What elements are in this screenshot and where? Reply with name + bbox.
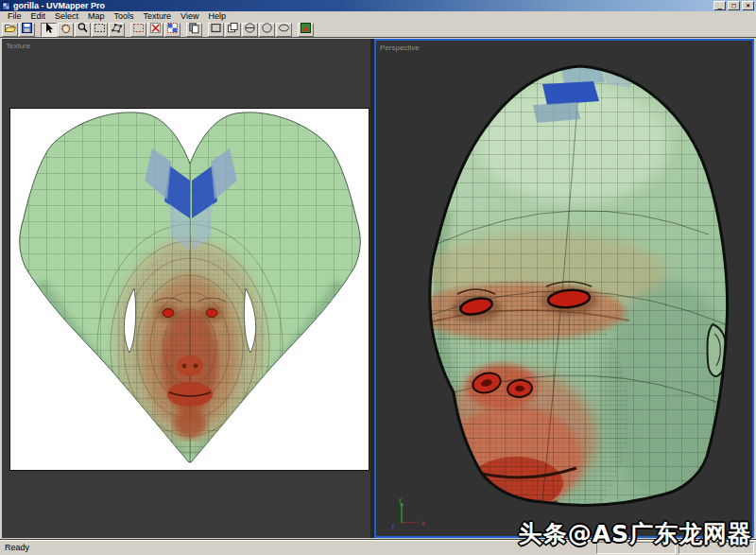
pan-hand-icon: [60, 22, 72, 37]
select-arrow-button[interactable]: [41, 23, 57, 37]
axis-gizmo: Y x z: [389, 496, 429, 530]
uv-map-canvas[interactable]: [9, 108, 369, 471]
maximize-button[interactable]: □: [728, 1, 740, 10]
axis-x-label: x: [421, 520, 425, 527]
texture-viewport[interactable]: Texture: [2, 39, 370, 538]
box-mapping-icon: [227, 22, 239, 37]
magnifier-icon: [77, 22, 89, 37]
cylinder-cap-mapping-icon: [244, 22, 256, 37]
minimize-button[interactable]: _: [713, 1, 726, 10]
perspective-viewport[interactable]: Perspective Y x z: [374, 39, 754, 538]
axis-z-label: z: [391, 523, 395, 529]
spherical-mapping-icon: [261, 22, 273, 37]
texture-viewport-label: Texture: [6, 42, 30, 50]
window-controls: _ □ ×: [713, 1, 754, 10]
checker-selection-button[interactable]: [164, 23, 180, 37]
facet-select-icon: [111, 22, 123, 37]
texture-preview-button[interactable]: [298, 23, 314, 37]
perspective-viewport-label: Perspective: [380, 43, 420, 52]
close-button[interactable]: ×: [742, 1, 754, 10]
menu-item-edit[interactable]: Edit: [26, 11, 51, 22]
marquee-select-icon: [94, 22, 106, 37]
marquee-select-button[interactable]: [92, 23, 108, 37]
menu-item-tools[interactable]: Tools: [110, 11, 139, 22]
menu-item-file[interactable]: File: [3, 11, 26, 22]
select-arrow-icon: [43, 22, 55, 37]
status-text: Ready: [5, 543, 29, 552]
menu-item-select[interactable]: Select: [50, 11, 83, 22]
clear-selection-button[interactable]: [147, 23, 163, 37]
open-folder-icon: [4, 22, 16, 37]
pan-hand-button[interactable]: [58, 23, 74, 37]
menu-bar: File Edit Select Map Tools Texture View …: [0, 11, 756, 22]
planar-mapping-icon: [210, 22, 222, 37]
checker-selection-icon: [166, 22, 179, 37]
texture-preview-icon: [300, 22, 312, 37]
app-icon: [2, 2, 10, 10]
title-bar[interactable]: gorilla - UVMapper Pro _ □ ×: [0, 0, 756, 11]
cylinder-cap-mapping-button[interactable]: [242, 23, 258, 37]
cylindrical-mapping-icon: [278, 22, 290, 37]
main-area: Texture: [0, 37, 756, 539]
facet-select-button[interactable]: [109, 23, 125, 37]
clear-selection-icon: [149, 22, 162, 37]
save-floppy-icon: [21, 22, 33, 37]
menu-item-map[interactable]: Map: [83, 11, 110, 22]
watermark: 头条@AS广东龙网器: [519, 518, 752, 549]
copy-icon: [188, 22, 200, 37]
copy-uvs-button[interactable]: [186, 23, 202, 37]
open-button[interactable]: [2, 23, 18, 37]
axis-y-label: Y: [398, 497, 403, 504]
menu-item-view[interactable]: View: [176, 11, 203, 22]
save-button[interactable]: [19, 23, 35, 37]
window-title: gorilla - UVMapper Pro: [13, 0, 105, 11]
selection-bounds-icon: [132, 22, 145, 37]
gorilla-head-drawing: [376, 41, 752, 536]
menu-item-texture[interactable]: Texture: [139, 11, 177, 22]
menu-item-help[interactable]: Help: [203, 11, 231, 22]
selection-bounds-button[interactable]: [130, 23, 146, 37]
cylindrical-mapping-button[interactable]: [276, 23, 292, 37]
zoom-button[interactable]: [75, 23, 91, 37]
uvmapper-window: gorilla - UVMapper Pro _ □ × File Edit S…: [0, 0, 756, 555]
box-mapping-button[interactable]: [225, 23, 241, 37]
planar-mapping-button[interactable]: [208, 23, 224, 37]
spherical-mapping-button[interactable]: [259, 23, 275, 37]
toolbar: [0, 22, 756, 37]
uv-map-drawing: [10, 109, 367, 468]
